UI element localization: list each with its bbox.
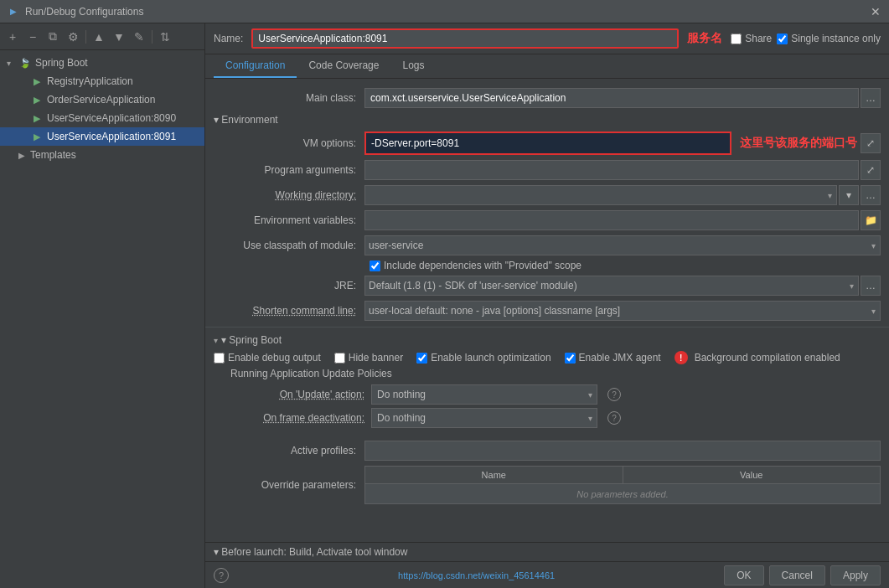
classpath-select[interactable]: user-service (364, 235, 881, 255)
vm-expand-button[interactable]: ⤢ (861, 133, 881, 153)
classpath-control: user-service (364, 235, 881, 255)
add-config-button[interactable]: + (3, 28, 22, 46)
edit-button[interactable]: ✎ (130, 28, 148, 46)
enable-launch-checkbox[interactable] (416, 353, 427, 364)
tree-item-user8091[interactable]: ▶ UserServiceApplication:8091 (0, 127, 204, 146)
tree-item-user8090[interactable]: ▶ UserServiceApplication:8090 (0, 109, 204, 127)
on-update-row: On 'Update' action: Do nothing ? (230, 384, 872, 405)
on-update-help-icon[interactable]: ? (607, 388, 621, 401)
move-down-button[interactable]: ▼ (110, 28, 128, 46)
spring-boot-options: Enable debug output Hide banner Enable l… (214, 351, 881, 364)
working-dir-control: ▾ … (364, 185, 881, 205)
before-launch-label[interactable]: ▾ Before launch: Build, Activate tool wi… (214, 546, 881, 558)
enable-debug-checkbox[interactable] (214, 353, 225, 364)
order-label: OrderServiceApplication (47, 94, 155, 106)
env-vars-browse-button[interactable]: 📁 (861, 210, 881, 230)
tab-logs[interactable]: Logs (390, 54, 436, 78)
shorten-cmd-select[interactable]: user-local default: none - java [options… (364, 301, 881, 321)
move-up-button[interactable]: ▲ (90, 28, 108, 46)
program-args-expand-button[interactable]: ⤢ (861, 160, 881, 180)
single-instance-label[interactable]: Single instance only (777, 33, 881, 44)
enable-debug-label[interactable]: Enable debug output (214, 352, 321, 364)
name-field-label: Name: (214, 33, 243, 44)
ok-button[interactable]: OK (724, 565, 763, 585)
on-frame-label: On frame deactivation: (230, 412, 364, 424)
include-dep-checkbox[interactable] (370, 260, 380, 271)
apply-button[interactable]: Apply (830, 565, 881, 585)
enable-jmx-checkbox[interactable] (565, 353, 576, 364)
spring-boot-header[interactable]: ▾ ▾ Spring Boot (214, 334, 881, 346)
main-class-input[interactable] (364, 88, 859, 108)
single-instance-text: Single instance only (791, 33, 881, 44)
copy-config-button[interactable]: ⧉ (44, 28, 62, 46)
hide-banner-checkbox[interactable] (334, 353, 345, 364)
footer-buttons: OK Cancel Apply (724, 565, 881, 585)
hide-banner-label[interactable]: Hide banner (334, 352, 403, 364)
tree-templates[interactable]: ▶ Templates (0, 146, 204, 164)
tab-code-coverage[interactable]: Code Coverage (297, 54, 390, 78)
spring-boot-section-label: ▾ Spring Boot (221, 334, 282, 346)
working-dir-browse-button[interactable]: … (861, 185, 881, 205)
jre-browse-button[interactable]: … (861, 276, 881, 296)
jre-select[interactable]: Default (1.8 (1) - SDK of 'user-service'… (364, 276, 859, 296)
share-checkbox[interactable] (731, 34, 742, 44)
jre-label: JRE: (214, 280, 364, 291)
share-checkbox-label[interactable]: Share (731, 33, 772, 44)
program-args-input[interactable] (364, 160, 859, 180)
bg-compilation-text: Background compilation enabled (695, 352, 840, 364)
working-dir-label: Working directory: (214, 189, 364, 201)
hide-banner-text: Hide banner (349, 352, 403, 364)
remove-config-button[interactable]: − (23, 28, 42, 46)
left-panel: + − ⧉ ⚙ ▲ ▼ ✎ ⇅ ▾ 🍃 Spring Boot ▶ (0, 23, 205, 588)
dialog-icon: ▶ (7, 5, 20, 18)
tab-configuration[interactable]: Configuration (214, 54, 297, 78)
single-instance-checkbox[interactable] (777, 34, 788, 44)
settings-button[interactable]: ⚙ (64, 28, 82, 46)
enable-jmx-label[interactable]: Enable JMX agent (565, 352, 661, 364)
tree-item-registry[interactable]: ▶ RegistryApplication (0, 72, 204, 90)
env-vars-row: Environment variables: 📁 (205, 208, 889, 233)
run-debug-dialog: ▶ Run/Debug Configurations ✕ + − ⧉ ⚙ ▲ ▼… (0, 0, 889, 588)
on-frame-help-icon[interactable]: ? (607, 411, 621, 425)
name-input[interactable] (251, 28, 679, 49)
include-dep-label[interactable]: Include dependencies with "Provided" sco… (370, 260, 581, 271)
spring-boot-icon: 🍃 (18, 56, 32, 70)
cancel-button[interactable]: Cancel (769, 565, 825, 585)
bg-compilation-error-icon: ! (675, 351, 688, 364)
separator-1 (205, 327, 889, 328)
close-button[interactable]: ✕ (869, 5, 882, 18)
working-dir-input[interactable] (364, 185, 837, 205)
working-dir-dropdown-button[interactable]: ▾ (839, 185, 859, 205)
tabs-bar: Configuration Code Coverage Logs (205, 54, 889, 79)
program-args-control: ⤢ (364, 160, 881, 180)
spring-boot-label: Spring Boot (35, 57, 88, 69)
active-profiles-control (364, 441, 881, 461)
environment-section-header[interactable]: ▾ Environment (205, 111, 889, 129)
on-frame-select[interactable]: Do nothing (371, 408, 597, 428)
jre-row: JRE: Default (1.8 (1) - SDK of 'user-ser… (205, 273, 889, 298)
on-update-select[interactable]: Do nothing (371, 384, 597, 405)
enable-launch-label[interactable]: Enable launch optimization (416, 352, 550, 364)
sort-button[interactable]: ⇅ (156, 28, 174, 46)
tree-spring-boot-group[interactable]: ▾ 🍃 Spring Boot (0, 54, 204, 72)
right-panel: Name: 服务名 Share Single instance only Con… (205, 23, 889, 588)
shorten-cmd-label: Shorten command line: (214, 305, 364, 317)
vm-options-control: 这里号该服务的端口号 ⤢ (364, 132, 881, 155)
before-launch-text: ▾ Before launch: Build, Activate tool wi… (214, 546, 407, 558)
user8091-label: UserServiceApplication:8091 (47, 131, 176, 142)
active-profiles-input[interactable] (364, 441, 881, 461)
vm-options-input[interactable] (366, 133, 730, 153)
working-dir-row: Working directory: ▾ … (205, 183, 889, 208)
tree-item-order[interactable]: ▶ OrderServiceApplication (0, 90, 204, 109)
help-icon[interactable]: ? (214, 568, 229, 583)
params-table-placeholder: No parameters added. (364, 484, 881, 504)
main-class-browse-button[interactable]: … (861, 88, 881, 108)
env-vars-label: Environment variables: (214, 214, 364, 226)
registry-label: RegistryApplication (47, 75, 133, 87)
footer-link[interactable]: https://blog.csdn.net/weixin_45614461 (398, 570, 555, 580)
toolbar-divider-2 (152, 30, 152, 44)
bg-compilation-area: ! Background compilation enabled (675, 351, 840, 364)
shorten-cmd-control: user-local default: none - java [options… (364, 301, 881, 321)
env-vars-input[interactable] (364, 210, 859, 230)
enable-jmx-text: Enable JMX agent (579, 352, 661, 364)
